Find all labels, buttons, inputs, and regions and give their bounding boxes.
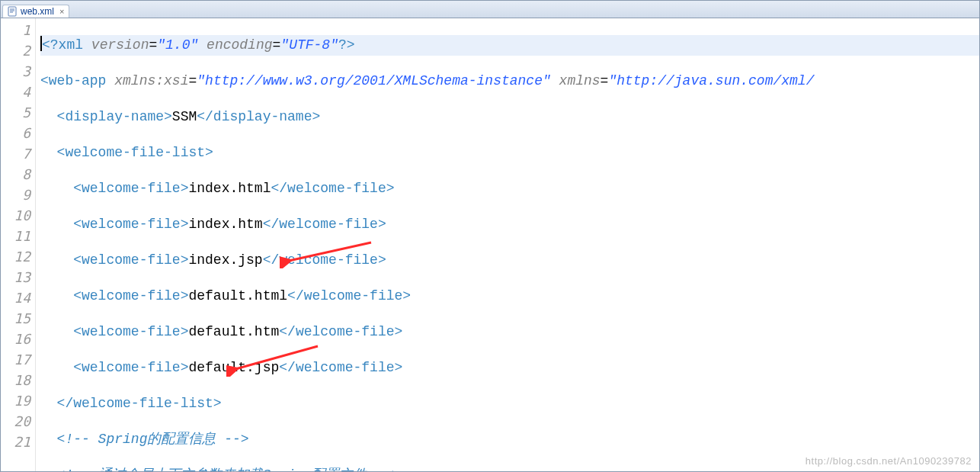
line-number: 12 [1, 246, 35, 267]
code-line[interactable]: <welcome-file>default.html</welcome-file… [40, 286, 979, 307]
line-number: 17 [1, 349, 35, 370]
code-area[interactable]: <?xml version="1.0" encoding="UTF-8"?> <… [36, 18, 979, 471]
code-line[interactable]: <!-- Spring的配置信息 --> [40, 429, 979, 450]
line-number: 10 [1, 205, 35, 226]
tab-label: web.xml [21, 6, 54, 17]
gutter: 1 2 3 4 5 6 7 8 9 10 11 12 13 14 15 16 1… [1, 18, 36, 471]
line-number: 6 [1, 123, 35, 143]
watermark: http://blog.csdn.net/An1090239782 [805, 455, 972, 467]
code-line[interactable]: <?xml version="1.0" encoding="UTF-8"?> [40, 35, 979, 56]
svg-rect-0 [8, 7, 16, 16]
line-number: 9 [1, 185, 35, 205]
line-number: 13 [1, 267, 35, 287]
line-number: 15 [1, 308, 35, 329]
line-number: 11 [1, 226, 35, 246]
line-number: 4 [1, 82, 35, 102]
code-line[interactable]: <web-app xmlns:xsi="http://www.w3.org/20… [40, 71, 979, 92]
tab-webxml[interactable]: web.xml × [2, 5, 69, 18]
line-number: 2 [1, 40, 35, 61]
tab-bar: web.xml × [1, 1, 979, 18]
line-number: 1 [1, 20, 35, 40]
code-line[interactable]: <display-name>SSM</display-name> [40, 107, 979, 127]
line-number: 3 [1, 61, 35, 82]
line-number: 7 [1, 143, 35, 164]
line-number: 5 [1, 102, 35, 123]
code-line[interactable]: <welcome-file>index.html</welcome-file> [40, 178, 979, 199]
line-number: 14 [1, 287, 35, 308]
code-line[interactable]: <welcome-file>default.htm</welcome-file> [40, 322, 979, 342]
close-icon[interactable]: × [59, 7, 64, 16]
line-number: 18 [1, 370, 35, 390]
xml-file-icon [8, 6, 18, 17]
line-number: 21 [1, 432, 35, 452]
code-line[interactable]: <welcome-file>index.jsp</welcome-file> [40, 250, 979, 271]
code-line[interactable]: <welcome-file>index.htm</welcome-file> [40, 214, 979, 235]
line-number: 16 [1, 329, 35, 349]
line-number: 20 [1, 411, 35, 432]
line-number: 8 [1, 164, 35, 185]
code-line[interactable]: <welcome-file>default.jsp</welcome-file> [40, 358, 979, 378]
code-line[interactable]: <welcome-file-list> [40, 143, 979, 163]
line-number: 19 [1, 390, 35, 411]
code-line[interactable]: </welcome-file-list> [40, 393, 979, 414]
editor[interactable]: 1 2 3 4 5 6 7 8 9 10 11 12 13 14 15 16 1… [1, 18, 979, 471]
